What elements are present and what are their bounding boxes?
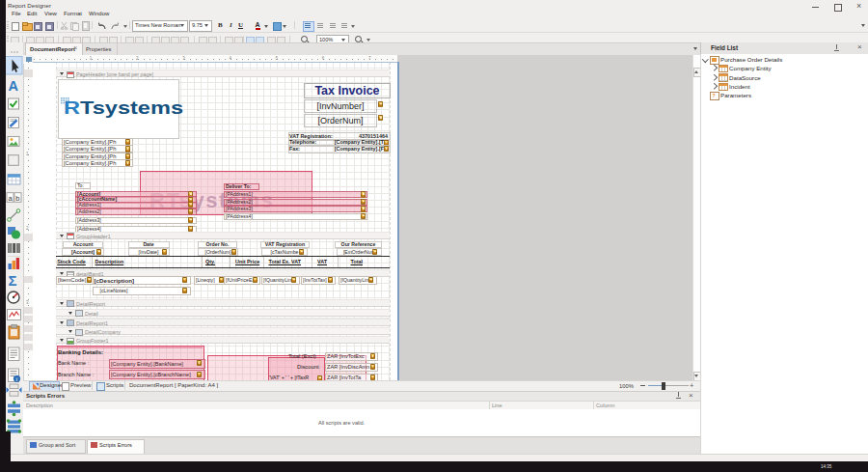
svg-text:b: b [15, 194, 19, 203]
svg-text:Σ: Σ [9, 272, 17, 289]
svg-text:A: A [9, 78, 19, 94]
